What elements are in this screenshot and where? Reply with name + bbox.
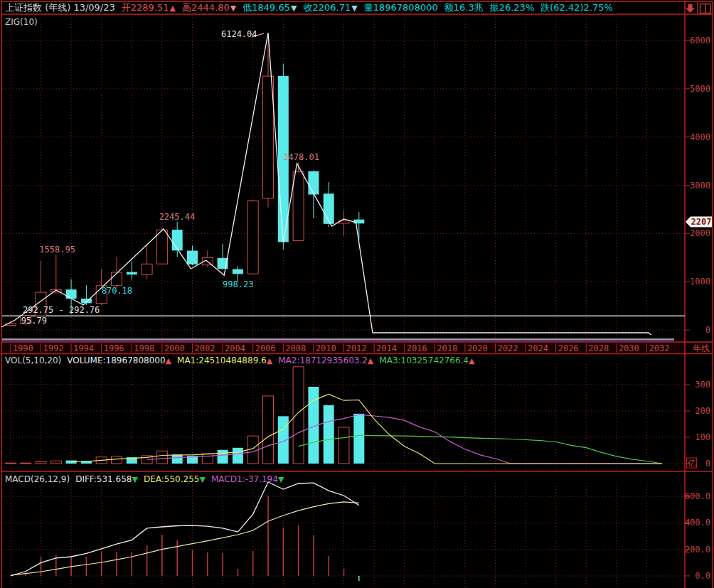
scroll-down-icon[interactable]	[686, 4, 695, 13]
quote-field-text-2: 低1849.65	[243, 1, 290, 14]
y-axis-label: 6000	[690, 36, 710, 46]
candle-1993	[50, 255, 61, 294]
quote-field-text-6: 振26.23%	[490, 1, 535, 14]
vol-header-item-4: MA3:10325742766.4▲	[379, 356, 474, 365]
candle-2013	[353, 212, 364, 240]
y-axis-label: 0.0	[695, 571, 710, 581]
year-label: 2028	[588, 343, 609, 353]
page-title: 上证指数 (年线) 13/09/23	[5, 1, 115, 14]
candle-body	[156, 230, 167, 264]
volume-bar-1990	[5, 463, 16, 464]
price-annotations: 6124.043478.012245.441558.95998.23870.18…	[21, 29, 319, 326]
year-label: 1990	[13, 343, 33, 353]
quote-field-1: 高2444.80▼	[182, 1, 236, 14]
quote-fields: 开2289.51▲高2444.80▼低1849.65▼收2206.71▼量189…	[122, 1, 613, 14]
y-axis-label: 0	[705, 459, 710, 469]
x-axis-year-labels: 1990199219941996199820002002200420062008…	[11, 343, 710, 353]
vol-header-item-2: MA1:24510484889.6▲	[177, 356, 272, 365]
vol-header-item-text-3: MA2:18712935603.2	[278, 356, 368, 365]
vol-header-item-text-2: MA1:24510484889.6	[177, 356, 267, 365]
quote-field-arrow-0: ▲	[170, 4, 176, 13]
volume-unit-box: 亿	[687, 458, 697, 468]
quote-field-6: 振26.23%	[490, 1, 535, 14]
x-axis-unit-label: 年线	[693, 343, 710, 353]
year-label: 2018	[437, 343, 457, 353]
y-axis-label: 1000	[690, 277, 710, 287]
candle-body	[142, 264, 152, 274]
candle-2012	[339, 210, 349, 236]
y-axis-label: 600.0	[685, 491, 710, 501]
price-annotation-5: 870.18	[102, 286, 132, 296]
year-label: 2010	[316, 343, 336, 353]
volume-bar-2000	[156, 451, 167, 464]
macd-header-item-text-0: MACD(26,12,9)	[5, 474, 70, 484]
vol-header-item-text-4: MA3:10325742766.4	[379, 356, 469, 365]
vol-header-item-3: MA2:18712935603.2▲	[278, 356, 373, 365]
year-label: 2004	[225, 343, 245, 353]
year-label: 2020	[467, 343, 488, 353]
price-annotation-6: 292.75 - 292.76	[23, 305, 100, 315]
volume-bar-2003	[202, 454, 213, 464]
year-label: 2030	[619, 343, 639, 353]
price-annotation-1: 3478.01	[283, 152, 319, 162]
candle-1999	[142, 245, 152, 279]
candle-body	[127, 272, 137, 275]
macd-y-axis: 600.0400.0200.00.0	[2, 491, 710, 581]
volume-unit-label: 亿	[688, 459, 696, 468]
candle-2001	[172, 222, 183, 257]
year-label: 2012	[346, 343, 367, 353]
volume-bar-2005	[233, 448, 243, 464]
macd-header-item-arrow-3: ▼	[278, 475, 284, 484]
price-annotation-0: 6124.04	[221, 29, 257, 39]
volume-bar-2013	[353, 414, 364, 464]
quote-field-text-3: 收2206.71	[304, 1, 351, 14]
volume-bar-1992	[36, 461, 46, 464]
volume-bar-2012	[339, 427, 349, 464]
y-axis-label: 200.0	[685, 545, 710, 555]
quote-field-2: 低1849.65▼	[243, 1, 297, 14]
candle-body	[308, 171, 319, 195]
quote-field-arrow-1: ▼	[230, 4, 236, 13]
vol-header-item-text-1: VOLUME:18967808000	[67, 356, 165, 365]
year-label: 2014	[376, 343, 397, 353]
quote-field-text-4: 量18967808000	[364, 1, 438, 14]
y-axis-label: 3000	[690, 181, 710, 191]
candle-body	[263, 76, 274, 198]
price-annotation-3: 1558.95	[39, 245, 75, 255]
y-axis-label: 300	[695, 380, 710, 390]
y-axis-label: 5000	[690, 84, 710, 94]
chart-canvas[interactable]: 1990199219941996199820002002200420062008…	[0, 0, 714, 588]
year-label: 2032	[649, 343, 670, 353]
quote-field-arrow-2: ▼	[291, 4, 297, 13]
volume-bar-2007	[263, 396, 274, 464]
year-label: 1998	[134, 343, 154, 353]
y-axis-label: 400.0	[685, 518, 710, 528]
volume-bar-1993	[50, 461, 61, 464]
year-label: 2024	[528, 343, 548, 353]
candle-body	[353, 220, 364, 224]
candle-1998	[127, 262, 137, 280]
quote-field-0: 开2289.51▲	[122, 1, 176, 14]
y-axis-label: 4000	[690, 132, 710, 142]
split-window-icon[interactable]	[700, 4, 711, 14]
zig-indicator-label: ZIG(10)	[5, 17, 38, 27]
candle-body	[324, 193, 334, 223]
quote-field-7: 跌(62.42)2.75%	[540, 1, 613, 14]
candle-body	[112, 272, 122, 286]
volume-bar-2011	[324, 405, 334, 464]
macd-header-item-arrow-1: ▼	[132, 475, 137, 484]
candle-1997	[112, 257, 122, 288]
y-axis-label: 0	[705, 325, 710, 335]
volume-bar-2001	[172, 454, 183, 464]
year-label: 2022	[498, 343, 518, 353]
quote-field-text-1: 高2444.80	[182, 1, 230, 14]
year-label: 1994	[73, 343, 94, 353]
vol-header-item-text-0: VOL(5,10,20)	[5, 356, 61, 365]
macd-header-item-2: DEA:550.255▼	[144, 474, 206, 484]
candle-body	[187, 251, 198, 264]
year-label: 2002	[195, 343, 215, 353]
quote-field-text-0: 开2289.51	[122, 1, 169, 14]
quote-field-text-7: 跌(62.42)2.75%	[540, 1, 613, 14]
macd-indicator-header: MACD(26,12,9)DIFF:531.658▼DEA:550.255▼MA…	[5, 474, 284, 484]
macd-header-item-0: MACD(26,12,9)	[5, 474, 70, 484]
